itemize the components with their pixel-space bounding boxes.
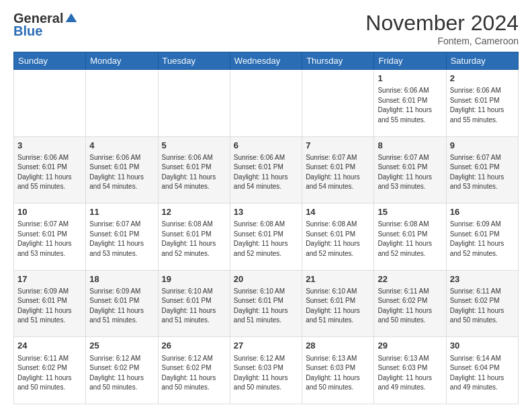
calendar-week-row: 10Sunrise: 6:07 AMSunset: 6:01 PMDayligh… (14, 203, 519, 271)
day-number: 16 (450, 206, 515, 218)
calendar-day-cell: 29Sunrise: 6:13 AMSunset: 6:03 PMDayligh… (374, 337, 446, 404)
location: Fontem, Cameroon (365, 36, 519, 46)
calendar-week-row: 24Sunrise: 6:11 AMSunset: 6:02 PMDayligh… (14, 337, 519, 404)
day-info: Sunrise: 6:08 AMSunset: 6:01 PMDaylight:… (162, 220, 226, 259)
title-section: November 2024 Fontem, Cameroon (365, 11, 519, 46)
day-number: 5 (162, 140, 226, 152)
day-info: Sunrise: 6:08 AMSunset: 6:01 PMDaylight:… (234, 220, 298, 259)
day-number: 1 (378, 73, 442, 85)
calendar-day-cell: 26Sunrise: 6:12 AMSunset: 6:02 PMDayligh… (158, 337, 230, 404)
calendar-day-cell: 9Sunrise: 6:07 AMSunset: 6:01 PMDaylight… (446, 136, 518, 203)
day-number: 25 (89, 340, 154, 352)
day-number: 17 (17, 273, 82, 285)
day-number: 13 (234, 206, 298, 218)
day-info: Sunrise: 6:06 AMSunset: 6:01 PMDaylight:… (450, 86, 515, 125)
day-info: Sunrise: 6:11 AMSunset: 6:02 PMDaylight:… (17, 354, 82, 393)
day-info: Sunrise: 6:06 AMSunset: 6:01 PMDaylight:… (17, 153, 82, 192)
day-number: 8 (378, 140, 442, 152)
calendar-day-cell: 11Sunrise: 6:07 AMSunset: 6:01 PMDayligh… (86, 203, 158, 271)
day-number: 22 (378, 273, 442, 285)
day-number: 19 (162, 273, 226, 285)
day-info: Sunrise: 6:12 AMSunset: 6:03 PMDaylight:… (234, 354, 298, 393)
calendar-day-cell: 7Sunrise: 6:07 AMSunset: 6:01 PMDaylight… (302, 136, 374, 203)
logo-icon (64, 12, 78, 26)
day-info: Sunrise: 6:06 AMSunset: 6:01 PMDaylight:… (378, 86, 442, 125)
day-info: Sunrise: 6:09 AMSunset: 6:01 PMDaylight:… (89, 287, 154, 326)
page: General Blue November 2024 Fontem, Camer… (0, 0, 532, 411)
weekday-header-saturday: Saturday (446, 52, 518, 70)
calendar-day-cell: 23Sunrise: 6:11 AMSunset: 6:02 PMDayligh… (446, 270, 518, 337)
day-info: Sunrise: 6:07 AMSunset: 6:01 PMDaylight:… (306, 153, 370, 192)
day-number: 26 (162, 340, 226, 352)
day-info: Sunrise: 6:12 AMSunset: 6:02 PMDaylight:… (162, 354, 226, 393)
weekday-header-sunday: Sunday (14, 52, 86, 70)
day-info: Sunrise: 6:14 AMSunset: 6:04 PMDaylight:… (450, 354, 515, 393)
calendar-day-cell: 18Sunrise: 6:09 AMSunset: 6:01 PMDayligh… (86, 270, 158, 337)
header: General Blue November 2024 Fontem, Camer… (13, 11, 519, 46)
calendar-day-cell: 15Sunrise: 6:08 AMSunset: 6:01 PMDayligh… (374, 203, 446, 271)
logo-blue-text: Blue (13, 24, 42, 39)
day-info: Sunrise: 6:10 AMSunset: 6:01 PMDaylight:… (306, 287, 370, 326)
month-title: November 2024 (365, 11, 519, 36)
weekday-header-row: SundayMondayTuesdayWednesdayThursdayFrid… (14, 52, 519, 70)
weekday-header-friday: Friday (374, 52, 446, 70)
day-number: 30 (450, 340, 515, 352)
day-info: Sunrise: 6:06 AMSunset: 6:01 PMDaylight:… (234, 153, 298, 192)
day-info: Sunrise: 6:06 AMSunset: 6:01 PMDaylight:… (89, 153, 154, 192)
calendar-day-cell: 22Sunrise: 6:11 AMSunset: 6:02 PMDayligh… (374, 270, 446, 337)
calendar-day-cell: 21Sunrise: 6:10 AMSunset: 6:01 PMDayligh… (302, 270, 374, 337)
day-number: 28 (306, 340, 370, 352)
calendar-table: SundayMondayTuesdayWednesdayThursdayFrid… (13, 52, 519, 404)
weekday-header-thursday: Thursday (302, 52, 374, 70)
day-info: Sunrise: 6:09 AMSunset: 6:01 PMDaylight:… (450, 220, 515, 259)
calendar-day-cell (86, 70, 158, 137)
day-number: 2 (450, 73, 515, 85)
calendar-day-cell (302, 70, 374, 137)
day-info: Sunrise: 6:11 AMSunset: 6:02 PMDaylight:… (378, 287, 442, 326)
calendar-day-cell: 5Sunrise: 6:06 AMSunset: 6:01 PMDaylight… (158, 136, 230, 203)
day-info: Sunrise: 6:07 AMSunset: 6:01 PMDaylight:… (378, 153, 442, 192)
day-number: 10 (17, 206, 82, 218)
day-info: Sunrise: 6:08 AMSunset: 6:01 PMDaylight:… (378, 220, 442, 259)
day-number: 29 (378, 340, 442, 352)
day-info: Sunrise: 6:07 AMSunset: 6:01 PMDaylight:… (450, 153, 515, 192)
calendar-day-cell: 20Sunrise: 6:10 AMSunset: 6:01 PMDayligh… (230, 270, 302, 337)
calendar-week-row: 17Sunrise: 6:09 AMSunset: 6:01 PMDayligh… (14, 270, 519, 337)
day-number: 24 (17, 340, 82, 352)
calendar-day-cell: 16Sunrise: 6:09 AMSunset: 6:01 PMDayligh… (446, 203, 518, 271)
day-info: Sunrise: 6:08 AMSunset: 6:01 PMDaylight:… (306, 220, 370, 259)
day-number: 27 (234, 340, 298, 352)
day-number: 11 (89, 206, 154, 218)
day-info: Sunrise: 6:13 AMSunset: 6:03 PMDaylight:… (378, 354, 442, 393)
logo: General Blue (13, 11, 78, 39)
calendar-day-cell: 30Sunrise: 6:14 AMSunset: 6:04 PMDayligh… (446, 337, 518, 404)
day-info: Sunrise: 6:07 AMSunset: 6:01 PMDaylight:… (89, 220, 154, 259)
weekday-header-monday: Monday (86, 52, 158, 70)
weekday-header-tuesday: Tuesday (158, 52, 230, 70)
calendar-day-cell (158, 70, 230, 137)
day-number: 6 (234, 140, 298, 152)
day-number: 18 (89, 273, 154, 285)
day-info: Sunrise: 6:10 AMSunset: 6:01 PMDaylight:… (234, 287, 298, 326)
calendar-day-cell: 24Sunrise: 6:11 AMSunset: 6:02 PMDayligh… (14, 337, 86, 404)
calendar-day-cell: 8Sunrise: 6:07 AMSunset: 6:01 PMDaylight… (374, 136, 446, 203)
calendar-day-cell: 10Sunrise: 6:07 AMSunset: 6:01 PMDayligh… (14, 203, 86, 271)
day-info: Sunrise: 6:11 AMSunset: 6:02 PMDaylight:… (450, 287, 515, 326)
calendar-week-row: 1Sunrise: 6:06 AMSunset: 6:01 PMDaylight… (14, 70, 519, 137)
calendar-day-cell: 12Sunrise: 6:08 AMSunset: 6:01 PMDayligh… (158, 203, 230, 271)
calendar-day-cell: 25Sunrise: 6:12 AMSunset: 6:02 PMDayligh… (86, 337, 158, 404)
calendar-day-cell (230, 70, 302, 137)
day-number: 7 (306, 140, 370, 152)
calendar-day-cell: 28Sunrise: 6:13 AMSunset: 6:03 PMDayligh… (302, 337, 374, 404)
day-info: Sunrise: 6:13 AMSunset: 6:03 PMDaylight:… (306, 354, 370, 393)
calendar-day-cell: 1Sunrise: 6:06 AMSunset: 6:01 PMDaylight… (374, 70, 446, 137)
svg-marker-0 (66, 13, 77, 21)
weekday-header-wednesday: Wednesday (230, 52, 302, 70)
calendar-day-cell: 17Sunrise: 6:09 AMSunset: 6:01 PMDayligh… (14, 270, 86, 337)
day-number: 12 (162, 206, 226, 218)
day-info: Sunrise: 6:06 AMSunset: 6:01 PMDaylight:… (162, 153, 226, 192)
day-info: Sunrise: 6:09 AMSunset: 6:01 PMDaylight:… (17, 287, 82, 326)
calendar-day-cell: 19Sunrise: 6:10 AMSunset: 6:01 PMDayligh… (158, 270, 230, 337)
calendar-day-cell: 13Sunrise: 6:08 AMSunset: 6:01 PMDayligh… (230, 203, 302, 271)
day-number: 21 (306, 273, 370, 285)
